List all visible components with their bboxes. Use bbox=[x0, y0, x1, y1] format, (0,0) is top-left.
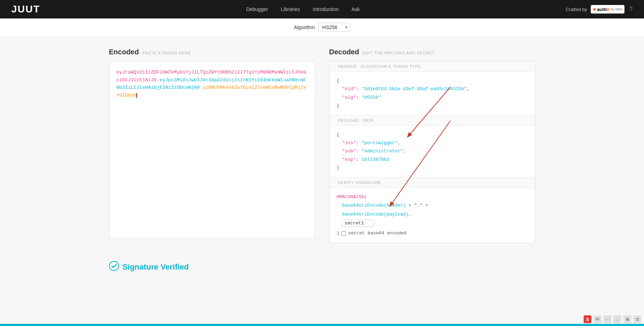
taskbar-icon-grid1[interactable]: ⊞ bbox=[623, 315, 631, 323]
nav-ask[interactable]: Ask bbox=[351, 6, 359, 12]
algorithm-bar: Algorithm HS256 HS384 HS512 RS256 RS384 … bbox=[0, 18, 644, 37]
taskbar-icons: S 中 ·⬝· ↓ ⊞ ⊡ bbox=[584, 315, 641, 323]
taskbar-icon-dots[interactable]: ·⬝· bbox=[604, 315, 611, 323]
svg-point-4 bbox=[109, 261, 119, 271]
verify-checkbox-row: ) secret base64 encoded bbox=[337, 229, 528, 238]
algorithm-label: Algorithm bbox=[294, 25, 315, 30]
decoded-verify-section: VERIFY SIGNATURE HMACSHA256( base64UrlEn… bbox=[330, 178, 535, 243]
taskbar-icon-grid2[interactable]: ⊡ bbox=[633, 315, 641, 323]
encoded-textarea[interactable]: eyJraWQiOiIzZDFlOWZkMy01YjJlLTQzZWYtODBh… bbox=[109, 61, 315, 239]
verify-param2: base64UrlEncode(payload), bbox=[342, 212, 411, 217]
taskbar-icon-zh[interactable]: 中 bbox=[594, 315, 601, 323]
logo: JUUT bbox=[11, 4, 40, 15]
algorithm-select-wrapper: HS256 HS384 HS512 RS256 RS384 RS512 bbox=[318, 23, 350, 32]
taskbar-icon-down[interactable]: ↓ bbox=[613, 315, 621, 323]
main-content: Encoded PASTE A TOKEN HERE eyJraWQiOiIzZ… bbox=[95, 37, 550, 287]
nav-debugger[interactable]: Debugger bbox=[246, 6, 268, 12]
encoded-panel: Encoded PASTE A TOKEN HERE eyJraWQiOiIzZ… bbox=[109, 48, 315, 243]
verify-op1: + "." + bbox=[408, 203, 428, 208]
decoded-payload-section: PAYLOAD:DATA { "iss": "portswigger", "su… bbox=[330, 115, 535, 178]
encoded-title: Encoded PASTE A TOKEN HERE bbox=[109, 48, 315, 56]
verify-closing: ) bbox=[337, 229, 340, 238]
decoded-subtitle: EDIT THE PAYLOAD AND SECRET bbox=[363, 51, 435, 55]
decoded-verify-label: VERIFY SIGNATURE bbox=[330, 178, 535, 188]
verify-param1: base64UrlEncode(header) bbox=[342, 203, 406, 208]
decoded-sections: HEADER:ALGORITHM & TOKEN TYPE { "kid": "… bbox=[329, 61, 535, 243]
header-right: Crafted by ● auth0 by Okta ? bbox=[566, 5, 633, 13]
encoded-title-text: Encoded bbox=[109, 48, 139, 56]
decoded-header-label: HEADER:ALGORITHM & TOKEN TYPE bbox=[330, 61, 535, 72]
cursor bbox=[136, 93, 137, 98]
auth0-sub: by Okta bbox=[611, 8, 622, 11]
auth0-text: auth0 bbox=[597, 7, 609, 12]
auth0-logo: ● auth0 by Okta bbox=[591, 5, 624, 13]
signature-verified: Signature Verified bbox=[109, 261, 535, 273]
crafted-by-label: Crafted by bbox=[566, 7, 587, 12]
verified-icon bbox=[109, 261, 119, 273]
nav: Debugger Libraries Introduction Ask bbox=[246, 6, 360, 12]
decoded-verify-body: HMACSHA256( base64UrlEncode(header) + ".… bbox=[330, 188, 535, 243]
taskbar-icon-s[interactable]: S bbox=[584, 315, 591, 323]
help-icon[interactable]: ? bbox=[629, 6, 633, 12]
decoded-payload-label: PAYLOAD:DATA bbox=[330, 115, 535, 126]
algorithm-select[interactable]: HS256 HS384 HS512 RS256 RS384 RS512 bbox=[318, 23, 350, 32]
bottom-bar bbox=[0, 324, 644, 326]
decoded-header-body[interactable]: { "kid": "3d1e9fd3-5b2e-43ef-80af-ea85c3… bbox=[330, 72, 535, 115]
header: JUUT Debugger Libraries Introduction Ask… bbox=[0, 0, 644, 18]
decoded-header-section: HEADER:ALGORITHM & TOKEN TYPE { "kid": "… bbox=[330, 61, 535, 115]
encoded-subtitle: PASTE A TOKEN HERE bbox=[142, 51, 191, 55]
nav-libraries[interactable]: Libraries bbox=[281, 6, 300, 12]
verify-fn: HMACSHA256( bbox=[337, 194, 367, 200]
decoded-payload-body[interactable]: { "iss": "portswigger", "sub": "administ… bbox=[330, 126, 535, 177]
signature-verified-text: Signature Verified bbox=[123, 262, 189, 272]
check-circle-icon bbox=[109, 261, 119, 271]
base64-encoded-checkbox[interactable] bbox=[341, 231, 346, 236]
nav-introduction[interactable]: Introduction bbox=[313, 6, 339, 12]
auth0-badge: ● auth0 by Okta bbox=[591, 5, 624, 13]
secret-input[interactable] bbox=[342, 219, 374, 227]
decoded-title: Decoded EDIT THE PAYLOAD AND SECRET bbox=[329, 48, 535, 56]
decoded-title-text: Decoded bbox=[329, 48, 359, 56]
base64-encoded-label: secret base64 encoded bbox=[348, 229, 406, 238]
decoded-panel: Decoded EDIT THE PAYLOAD AND SECRET HEAD… bbox=[329, 48, 535, 243]
